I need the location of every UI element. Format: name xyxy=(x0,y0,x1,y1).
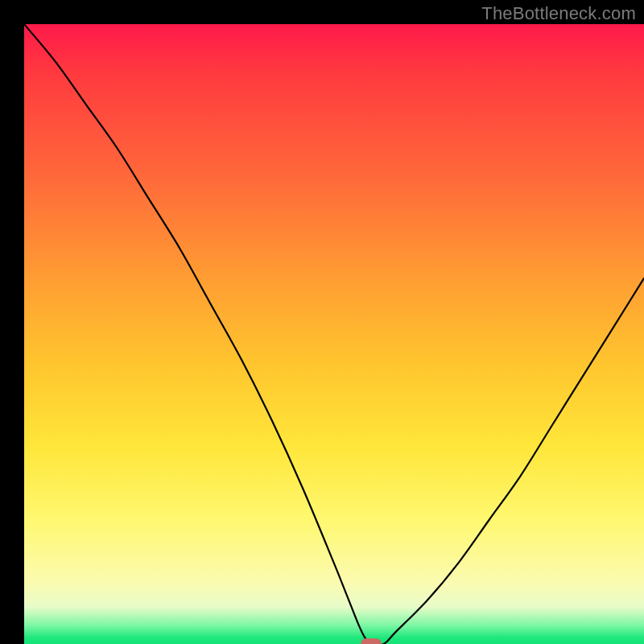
optimal-marker xyxy=(361,638,382,644)
plot-area xyxy=(24,24,644,644)
chart-container: TheBottleneck.com xyxy=(0,0,644,644)
curve-svg xyxy=(24,24,644,644)
watermark-text: TheBottleneck.com xyxy=(481,3,636,24)
bottleneck-curve xyxy=(24,24,644,644)
